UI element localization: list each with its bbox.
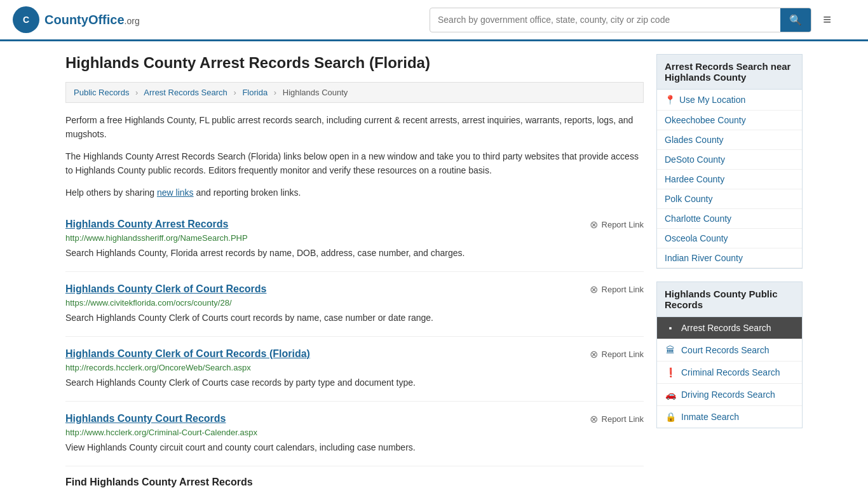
record-desc-2: Search Highlands County Clerk of Courts … [65,376,644,390]
nearby-county-link-0[interactable]: Okeechobee County [665,115,746,125]
search-input[interactable] [430,10,780,30]
record-url-3: http://www.hcclerk.org/Criminal-Court-Ca… [65,428,644,437]
menu-label-2: Criminal Records Search [681,367,780,377]
search-icon: 🔍 [789,15,802,25]
use-my-location[interactable]: 📍 Use My Location [657,90,802,111]
breadcrumb-arrest-records[interactable]: Arrest Records Search [144,88,227,97]
breadcrumb-current: Highlands County [283,88,348,97]
menu-icon-4: 🔒 [665,412,676,422]
nearby-county-link-1[interactable]: Glades County [665,135,724,145]
report-link-3[interactable]: ⊗ Report Link [590,413,644,425]
menu-item-2[interactable]: ❗ Criminal Records Search [657,362,802,384]
record-title-3[interactable]: Highlands County Court Records [65,413,226,424]
menu-icon-3: 🚗 [665,390,676,400]
nearby-counties-list: Okeechobee CountyGlades CountyDeSoto Cou… [657,111,802,268]
description-2: The Highlands County Arrest Records Sear… [65,149,644,178]
menu-label-0: Arrest Records Search [681,323,771,333]
record-title-2[interactable]: Highlands County Clerk of Court Records … [65,348,310,360]
nearby-county-item: Osceola County [657,229,802,248]
use-my-location-link[interactable]: Use My Location [679,95,745,105]
nearby-county-item: DeSoto County [657,150,802,170]
record-desc-3: View Highlands County circuit court and … [65,441,644,454]
logo-text: CountyOffice.org [44,13,140,27]
search-bar: 🔍 [430,8,811,32]
nearby-county-item: Hardee County [657,170,802,189]
page-title: Highlands County Arrest Records Search (… [65,54,644,72]
nearby-section: Arrest Records Search near Highlands Cou… [656,54,803,269]
nearby-county-link-2[interactable]: DeSoto County [665,154,725,165]
record-entry: Highlands County Court Records ⊗ Report … [65,402,644,466]
record-entry: Highlands County Clerk of Court Records … [65,337,644,402]
report-icon-2: ⊗ [590,348,598,360]
report-link-0[interactable]: ⊗ Report Link [590,219,644,231]
public-records-section: Highlands County Public Records ▪ Arrest… [656,281,803,428]
logo-area: C CountyOffice.org [13,6,140,33]
menu-link-4[interactable]: 🔒 Inmate Search [657,406,802,428]
breadcrumb-florida[interactable]: Florida [242,88,268,97]
nearby-county-item: Glades County [657,130,802,150]
nearby-county-item: Charlotte County [657,209,802,229]
menu-link-1[interactable]: 🏛 Court Records Search [657,339,802,361]
breadcrumb: Public Records › Arrest Records Search ›… [65,82,644,103]
report-icon-0: ⊗ [590,219,598,231]
public-records-menu: ▪ Arrest Records Search 🏛 Court Records … [656,317,803,428]
content-area: Highlands County Arrest Records Search (… [65,54,644,488]
record-title-1[interactable]: Highlands County Clerk of Court Records [65,283,266,295]
record-desc-0: Search Highlands County, Florida arrest … [65,247,644,260]
record-desc-1: Search Highlands County Clerk of Courts … [65,311,644,325]
records-container: Highlands County Arrest Records ⊗ Report… [65,207,644,466]
menu-label-3: Driving Records Search [681,390,775,400]
header: C CountyOffice.org 🔍 ≡ [0,0,868,41]
menu-item-4[interactable]: 🔒 Inmate Search [657,406,802,428]
nearby-county-link-4[interactable]: Polk County [665,194,712,204]
menu-label-4: Inmate Search [681,412,739,422]
description-1: Perform a free Highlands County, FL publ… [65,113,644,142]
menu-icon-2: ❗ [665,367,676,377]
search-area: 🔍 ≡ [430,8,836,32]
search-button[interactable]: 🔍 [780,8,811,32]
nearby-location-block: 📍 Use My Location Okeechobee CountyGlade… [656,90,803,269]
menu-item-0[interactable]: ▪ Arrest Records Search [657,317,802,339]
menu-label-1: Court Records Search [681,345,770,355]
hamburger-icon: ≡ [823,11,831,27]
breadcrumb-public-records[interactable]: Public Records [74,88,129,97]
report-icon-3: ⊗ [590,413,598,425]
new-links-link[interactable]: new links [157,187,194,198]
nearby-title: Arrest Records Search near Highlands Cou… [656,54,803,90]
nearby-county-item: Okeechobee County [657,111,802,130]
menu-item-1[interactable]: 🏛 Court Records Search [657,339,802,362]
hamburger-menu-button[interactable]: ≡ [818,9,836,30]
svg-text:C: C [23,15,29,25]
description-3: Help others by sharing new links and rep… [65,186,644,200]
nearby-county-item: Polk County [657,189,802,209]
report-link-1[interactable]: ⊗ Report Link [590,283,644,295]
nearby-county-link-5[interactable]: Charlotte County [665,214,731,224]
location-pin-icon: 📍 [665,95,675,105]
sidebar: Arrest Records Search near Highlands Cou… [656,54,803,488]
find-heading: Find Highlands County Arrest Records [65,477,644,488]
public-records-title: Highlands County Public Records [656,281,803,317]
menu-link-0[interactable]: ▪ Arrest Records Search [657,317,802,339]
nearby-county-link-6[interactable]: Osceola County [665,233,728,243]
main-container: Highlands County Arrest Records Search (… [53,41,815,488]
record-entry: Highlands County Arrest Records ⊗ Report… [65,207,644,272]
record-title-0[interactable]: Highlands County Arrest Records [65,219,228,230]
menu-link-2[interactable]: ❗ Criminal Records Search [657,362,802,383]
report-icon-1: ⊗ [590,283,598,295]
nearby-county-link-7[interactable]: Indian River County [665,253,743,263]
nearby-county-item: Indian River County [657,248,802,268]
record-url-0: http://www.highlandssheriff.org/NameSear… [65,233,644,243]
menu-icon-0: ▪ [665,323,676,333]
record-entry: Highlands County Clerk of Court Records … [65,272,644,337]
record-url-1: https://www.civitekflorida.com/ocrs/coun… [65,298,644,308]
record-url-2: http://records.hcclerk.org/OncoreWeb/Sea… [65,363,644,372]
menu-link-3[interactable]: 🚗 Driving Records Search [657,384,802,405]
nearby-county-link-3[interactable]: Hardee County [665,174,724,184]
report-link-2[interactable]: ⊗ Report Link [590,348,644,360]
menu-icon-1: 🏛 [665,345,676,355]
logo-icon: C [13,6,39,33]
menu-item-3[interactable]: 🚗 Driving Records Search [657,384,802,406]
